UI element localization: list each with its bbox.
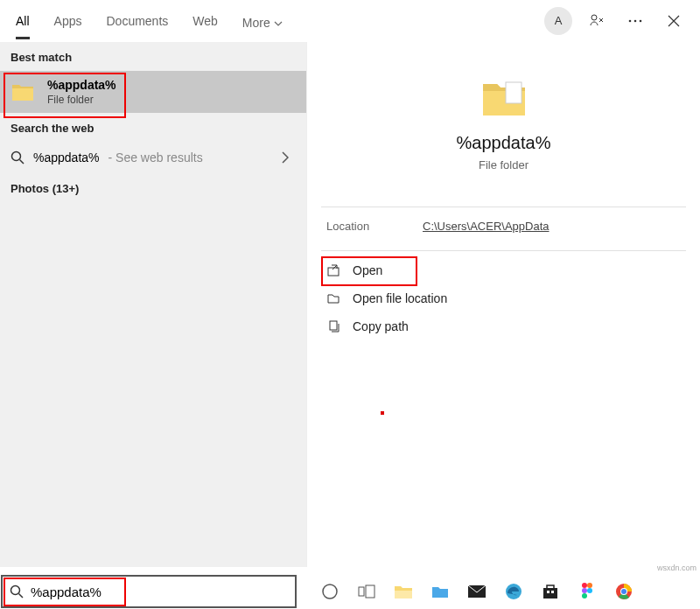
- match-subtitle: File folder: [47, 94, 116, 106]
- match-title: %appdata%: [47, 78, 116, 92]
- taskbar: [0, 574, 700, 609]
- detail-panel: %appdata% File folder Location C:\Users\…: [306, 42, 700, 567]
- svg-rect-15: [547, 591, 550, 593]
- svg-point-19: [582, 588, 587, 593]
- file-explorer-icon[interactable]: [391, 579, 416, 604]
- more-options-icon[interactable]: [621, 7, 649, 35]
- web-result-row[interactable]: %appdata% - See web results: [0, 142, 306, 173]
- tab-apps[interactable]: Apps: [54, 2, 82, 39]
- tab-documents[interactable]: Documents: [106, 2, 168, 39]
- location-value[interactable]: C:\Users\ACER\AppData: [423, 220, 550, 233]
- chevron-down-icon: [274, 21, 283, 26]
- edge-icon[interactable]: [501, 579, 526, 604]
- svg-point-9: [323, 584, 337, 598]
- svg-point-20: [587, 588, 592, 593]
- location-row: Location C:\Users\ACER\AppData: [321, 220, 686, 233]
- section-best-match: Best match: [0, 42, 306, 71]
- search-icon: [10, 150, 24, 164]
- taskbar-icons: [318, 579, 636, 604]
- match-text: %appdata% File folder: [47, 78, 116, 106]
- svg-rect-11: [366, 585, 374, 598]
- action-open[interactable]: Open: [321, 256, 686, 284]
- svg-point-18: [587, 583, 592, 588]
- action-copy-path-label: Copy path: [353, 319, 409, 333]
- top-right-controls: A: [544, 7, 693, 35]
- search-filter-bar: All Apps Documents Web More A: [0, 0, 700, 42]
- folder-location-icon: [326, 291, 340, 305]
- tab-web[interactable]: Web: [192, 2, 218, 39]
- svg-point-8: [11, 586, 20, 595]
- taskbar-search[interactable]: [1, 575, 297, 608]
- svg-rect-14: [543, 588, 557, 598]
- svg-rect-16: [551, 591, 554, 593]
- folder-icon: [10, 81, 35, 102]
- store-icon[interactable]: [538, 579, 563, 604]
- copy-icon: [326, 319, 340, 333]
- task-view-icon[interactable]: [354, 579, 379, 604]
- search-body: Best match %appdata% File folder Search …: [0, 42, 700, 567]
- feedback-icon[interactable]: [583, 7, 611, 35]
- action-open-label: Open: [353, 263, 382, 277]
- tab-more-label: More: [242, 16, 270, 30]
- svg-rect-10: [359, 587, 364, 596]
- tab-all[interactable]: All: [16, 2, 30, 39]
- svg-point-4: [12, 152, 21, 161]
- detail-title: %appdata%: [457, 133, 551, 153]
- open-icon: [326, 263, 340, 277]
- section-search-web: Search the web: [0, 113, 306, 142]
- svg-point-3: [640, 19, 642, 22]
- results-panel: Best match %appdata% File folder Search …: [0, 42, 306, 567]
- action-open-location-label: Open file location: [353, 291, 447, 305]
- search-input[interactable]: [31, 584, 288, 599]
- chevron-right-icon: [282, 151, 289, 164]
- filter-tabs: All Apps Documents Web More: [7, 2, 544, 39]
- svg-point-1: [629, 19, 632, 22]
- svg-point-21: [582, 593, 587, 598]
- tab-more[interactable]: More: [242, 2, 283, 39]
- divider: [321, 250, 686, 251]
- detail-subtitle: File folder: [479, 158, 528, 172]
- action-open-location[interactable]: Open file location: [321, 284, 686, 312]
- location-label: Location: [326, 220, 423, 233]
- svg-rect-5: [506, 82, 522, 103]
- folder-icon-large: [480, 77, 528, 119]
- chrome-icon[interactable]: [612, 579, 636, 604]
- annotation-dot: [381, 411, 384, 415]
- figma-icon[interactable]: [575, 579, 599, 604]
- web-query-text: %appdata%: [33, 150, 100, 164]
- mail-icon[interactable]: [465, 579, 489, 604]
- search-icon: [10, 584, 24, 598]
- svg-point-17: [582, 583, 587, 588]
- svg-rect-7: [330, 321, 337, 330]
- web-hint: - See web results: [108, 150, 203, 164]
- cortana-icon[interactable]: [318, 579, 342, 604]
- svg-point-0: [592, 15, 597, 20]
- user-avatar[interactable]: A: [544, 7, 572, 35]
- divider: [321, 206, 686, 207]
- app-icon[interactable]: [428, 579, 452, 604]
- close-icon[interactable]: [660, 7, 688, 35]
- svg-point-24: [621, 589, 626, 594]
- best-match-result[interactable]: %appdata% File folder: [0, 71, 306, 113]
- action-copy-path[interactable]: Copy path: [321, 312, 686, 340]
- svg-point-2: [634, 19, 637, 22]
- section-photos: Photos (13+): [0, 173, 306, 202]
- attribution-text: wsxdn.com: [657, 564, 696, 572]
